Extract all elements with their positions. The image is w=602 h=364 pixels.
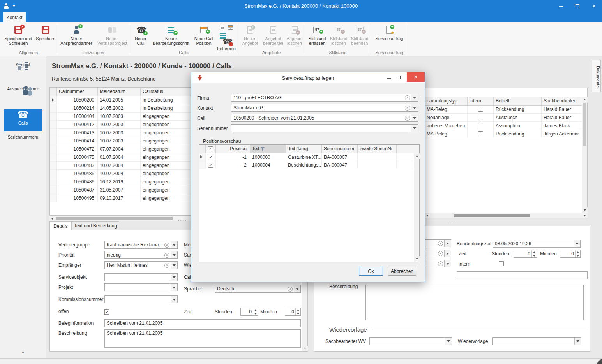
chevron-down-icon[interactable]: [411, 104, 418, 111]
scroll-right-button[interactable]: [582, 213, 588, 218]
clear-icon[interactable]: [438, 241, 443, 246]
new-contact-person-button[interactable]: Neuer Ansprechpartner: [58, 23, 94, 49]
scrollbar-thumb[interactable]: [454, 214, 530, 217]
dialog-maximize-button[interactable]: [397, 76, 401, 79]
steps-table-vscrollbar[interactable]: [582, 97, 587, 213]
table-row[interactable]: -2 1000004 Beschichtungs... BA-000047: [199, 161, 419, 169]
service-order-button[interactable]: Serviceauftrag: [372, 23, 406, 49]
table-row[interactable]: Neuanlage Austausch Harald Bauer: [425, 114, 587, 122]
delete-offer-button[interactable]: Angebot löschen: [285, 23, 304, 49]
row-checkbox[interactable]: [208, 155, 213, 160]
new-sales-project-button[interactable]: Neues Vertriebsprojekt: [95, 23, 129, 49]
dialog-close-button[interactable]: [407, 72, 425, 82]
chevron-down-icon[interactable]: [171, 251, 177, 258]
kontakt-combo[interactable]: StromMax e.G.: [231, 104, 418, 112]
clear-icon[interactable]: [164, 263, 169, 268]
mini-button-1[interactable]: [218, 24, 225, 30]
scrollbar-thumb[interactable]: [583, 103, 586, 146]
beschreibung-textarea[interactable]: Schreiben vom 21.01.2005: [104, 329, 301, 348]
save-button[interactable]: Speichern: [36, 23, 55, 49]
chevron-down-icon[interactable]: [171, 262, 177, 269]
row-checkbox[interactable]: [208, 163, 213, 168]
dialog-minimize-button[interactable]: [387, 78, 391, 79]
save-close-button[interactable]: Speichern und Schließen: [2, 23, 35, 49]
firma-combo[interactable]: 110 - proELECTRO AG: [231, 94, 418, 102]
bearbeitungszeit-picker[interactable]: 08.05.2020 19:26: [493, 240, 581, 248]
minuten-stepper[interactable]: 0: [560, 250, 581, 258]
beleginformation-input[interactable]: Schreiben vom 21.01.2005: [104, 319, 301, 327]
wiedervorlage-combo[interactable]: [492, 337, 581, 345]
header-seriennummer[interactable]: Seriennummer: [322, 145, 358, 153]
step-down-button[interactable]: [532, 254, 537, 257]
chevron-down-icon[interactable]: [171, 274, 177, 281]
ok-button[interactable]: Ok: [359, 267, 383, 276]
chevron-down-icon[interactable]: [411, 94, 418, 101]
intern-checkbox[interactable]: [499, 261, 504, 266]
chevron-down-icon[interactable]: [574, 338, 581, 345]
clear-icon[interactable]: [438, 261, 443, 266]
kommissionsnummer-combo[interactable]: [104, 295, 178, 303]
projekt-combo[interactable]: [104, 283, 178, 291]
serviceobjekt-combo[interactable]: [104, 273, 178, 281]
minimize-button[interactable]: [553, 0, 569, 12]
header-betreff[interactable]: Betreff: [494, 97, 542, 105]
sidebar-item-calls[interactable]: Calls: [4, 109, 42, 131]
chevron-down-icon[interactable]: [445, 338, 452, 345]
header-teil-lang[interactable]: Teil (lang): [286, 145, 322, 153]
stunden-stepper[interactable]: 0: [240, 308, 258, 316]
tab-details[interactable]: Details: [49, 221, 72, 230]
header-callstatus[interactable]: Callstatus: [141, 88, 191, 96]
scroll-up-button[interactable]: [414, 153, 420, 159]
chevron-down-icon[interactable]: [411, 125, 418, 132]
chevron-down-icon[interactable]: [171, 296, 177, 303]
tab-dokumente[interactable]: Dokumente: [592, 60, 601, 92]
clear-icon[interactable]: [405, 116, 410, 121]
intern-checkbox[interactable]: [478, 115, 483, 120]
clear-icon[interactable]: [405, 95, 410, 100]
scrollbar-thumb[interactable]: [56, 217, 173, 220]
maximize-button[interactable]: [569, 0, 586, 12]
sprache-combo[interactable]: Deutsch: [215, 285, 301, 293]
resize-grip[interactable]: [597, 359, 602, 364]
steps-table-hscrollbar[interactable]: [425, 213, 588, 218]
header-bearbeitungstyp[interactable]: earbeitungstyp: [425, 97, 468, 105]
clear-icon[interactable]: [288, 287, 293, 292]
splitter-handle[interactable]: [448, 220, 457, 224]
scroll-down-button[interactable]: [582, 207, 588, 213]
header-callnummer[interactable]: Callnummer: [57, 88, 98, 96]
close-button[interactable]: [586, 0, 602, 12]
minuten-stepper[interactable]: 0: [285, 308, 301, 316]
step-up-button[interactable]: [253, 308, 258, 312]
new-call-button[interactable]: Neuer Call: [131, 23, 150, 49]
positions-table-vscrollbar[interactable]: [414, 153, 419, 262]
step-beschreibung-textarea[interactable]: [365, 285, 584, 320]
stunden-stepper[interactable]: 0: [514, 250, 537, 258]
header-zweite-seriennr[interactable]: zweite SerienNr: [358, 145, 397, 153]
downtime-end-button[interactable]: Stillstand beenden: [350, 23, 370, 49]
tab-kontakt[interactable]: Kontakt: [3, 12, 26, 22]
edit-offer-button[interactable]: Angebot bearbeiten: [262, 23, 284, 49]
downtime-delete-button[interactable]: Stillstand löschen: [328, 23, 349, 49]
header-teil[interactable]: Teil: [250, 145, 286, 153]
clear-icon[interactable]: [405, 106, 410, 111]
intern-checkbox[interactable]: [478, 107, 483, 112]
tab-text-und-bemerkung[interactable]: Text und Bemerkung: [72, 221, 119, 230]
dialog-titlebar[interactable]: Serviceauftrag anlegen: [191, 72, 425, 83]
offen-checkbox[interactable]: [104, 309, 109, 315]
splitter-handle[interactable]: [178, 218, 187, 222]
table-row[interactable]: MA-Beleg Rücksendung Harald Bauer: [425, 106, 587, 114]
call-combo[interactable]: 10500200 - Schreiben vom 21.01.2005: [231, 114, 418, 122]
chevron-down-icon[interactable]: [444, 250, 451, 257]
chevron-down-icon[interactable]: [444, 260, 451, 267]
header-position[interactable]: Position: [216, 145, 250, 153]
sidebar-item-ansprechpartner[interactable]: Ansprechpartner: [4, 85, 42, 107]
table-row[interactable]: auberes Vorgehen Assumption James Black: [425, 122, 587, 130]
chevron-down-icon[interactable]: [411, 114, 418, 121]
new-processing-step-button[interactable]: Neuer Bearbeitungsschritt: [151, 23, 191, 49]
step-down-button[interactable]: [296, 312, 300, 315]
cancel-button[interactable]: Abbrechen: [388, 267, 416, 276]
intern-checkbox[interactable]: [478, 131, 483, 136]
sachbearbeiter-wv-combo[interactable]: [369, 337, 452, 345]
scroll-left-button[interactable]: [425, 213, 430, 218]
step-up-button[interactable]: [576, 250, 580, 254]
